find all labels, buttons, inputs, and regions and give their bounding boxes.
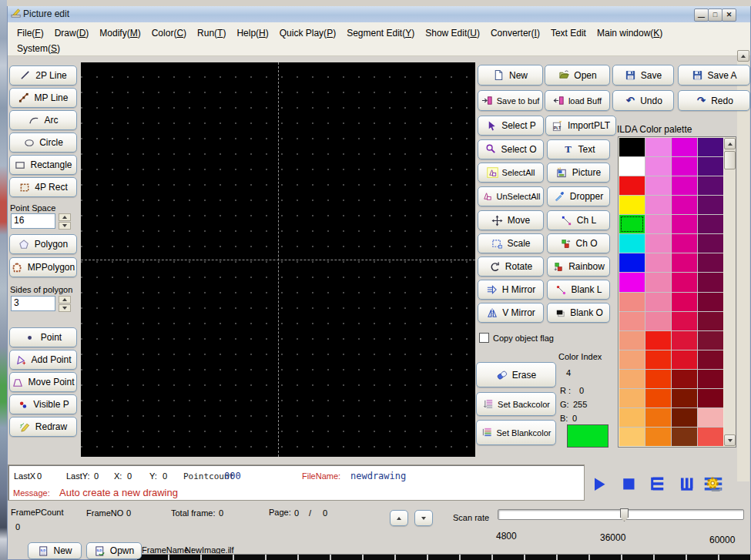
text-button[interactable]: TText	[547, 139, 610, 159]
rectangle-button[interactable]: Rectangle	[9, 155, 77, 175]
palette-cell-r10c0[interactable]	[619, 331, 645, 350]
palette-cell-r8c3[interactable]	[698, 293, 723, 311]
dropper-button[interactable]: Dropper	[547, 186, 610, 206]
menu-show-edit-u[interactable]: Show Edit(U)	[425, 28, 480, 39]
palette-cell-r8c0[interactable]	[619, 293, 645, 311]
palette-cell-r15c2[interactable]	[672, 428, 697, 446]
palette-cell-r4c2[interactable]	[672, 215, 697, 233]
sides-down-button[interactable]	[59, 304, 71, 312]
v-mirror-button[interactable]: V Mirror	[478, 303, 544, 323]
palette-cell-r9c1[interactable]	[645, 312, 671, 330]
palette-cell-r7c1[interactable]	[645, 273, 671, 291]
palette-cell-r1c0[interactable]	[619, 157, 645, 176]
palette-cell-r7c2[interactable]	[672, 273, 697, 291]
load-buff-button[interactable]: load Buff	[545, 90, 610, 111]
palette-cell-r14c3[interactable]	[698, 408, 723, 427]
select-o-button[interactable]: Select O	[478, 139, 544, 159]
window-scroll-up-button[interactable]	[737, 50, 749, 62]
palette-cell-r0c1[interactable]	[645, 138, 671, 156]
palette-cell-r1c3[interactable]	[698, 157, 723, 176]
palette-cell-r6c0[interactable]	[619, 253, 645, 272]
palette-cell-r11c0[interactable]	[619, 350, 645, 369]
drawing-canvas[interactable]	[81, 62, 475, 457]
add-point-button[interactable]: Add Point	[9, 350, 77, 370]
palette-cell-r7c0[interactable]	[619, 273, 645, 291]
opwn-button[interactable]: ILDOpwn	[86, 542, 142, 559]
point-space-down-button[interactable]	[59, 222, 71, 230]
redo-button[interactable]: ↷Redo	[678, 90, 750, 111]
menu-text-edit[interactable]: Text Edit	[551, 28, 586, 39]
palette-cell-r12c2[interactable]	[672, 370, 697, 388]
palette-cell-r3c0[interactable]	[619, 196, 645, 214]
play-button[interactable]	[590, 474, 609, 493]
palette-cell-r15c0[interactable]	[619, 428, 645, 446]
palette-cell-r10c3[interactable]	[698, 331, 723, 350]
palette-cell-r9c3[interactable]	[698, 312, 723, 330]
palette-cell-r11c1[interactable]	[645, 350, 671, 369]
palette-scroll-thumb[interactable]	[724, 151, 736, 169]
palette-scrollbar[interactable]	[724, 138, 736, 446]
undo-button[interactable]: ↶Undo	[612, 90, 674, 111]
palette-cell-r4c3[interactable]	[698, 215, 723, 233]
menu-color-c[interactable]: Color(C)	[152, 28, 186, 39]
arc-button[interactable]: Arc	[9, 110, 77, 130]
palette-cell-r11c2[interactable]	[672, 350, 697, 369]
palette-cell-r6c3[interactable]	[698, 253, 723, 272]
move-point-button[interactable]: Move Point	[9, 372, 77, 392]
maximize-button[interactable]: □	[708, 8, 723, 22]
palette-scroll-down-button[interactable]	[724, 434, 736, 446]
sides-of-polygon-input[interactable]: 3	[11, 296, 55, 311]
palette-cell-r13c2[interactable]	[672, 389, 697, 407]
palette-cell-r12c3[interactable]	[698, 370, 723, 388]
menu-quick-play-p[interactable]: Quick Play(P)	[280, 28, 336, 39]
palette-cell-r10c2[interactable]	[672, 331, 697, 350]
palette-cell-r15c1[interactable]	[645, 428, 671, 446]
list-v-button[interactable]	[677, 474, 696, 493]
palette-cell-r13c0[interactable]	[619, 389, 645, 407]
settings-button[interactable]	[704, 474, 723, 493]
minimize-button[interactable]: —	[694, 8, 709, 22]
palette-cell-r5c2[interactable]	[672, 234, 697, 253]
palette-cell-r9c0[interactable]	[619, 312, 645, 330]
palette-cell-r14c2[interactable]	[672, 408, 697, 427]
palette-cell-r6c1[interactable]	[645, 253, 671, 272]
title-bar[interactable]	[8, 6, 750, 23]
window-scrollbar[interactable]	[737, 50, 749, 481]
menu-help-h[interactable]: Help(H)	[236, 28, 268, 39]
save-a-button[interactable]: Save A	[678, 65, 750, 86]
palette-cell-r12c0[interactable]	[619, 370, 645, 388]
palette-cell-r1c1[interactable]	[645, 157, 671, 176]
picture-button[interactable]: Picture	[547, 163, 610, 183]
palette-cell-r8c2[interactable]	[672, 293, 697, 311]
palette-cell-r0c0[interactable]	[619, 138, 645, 156]
close-button[interactable]: ✕	[722, 8, 736, 22]
h-mirror-button[interactable]: H Mirror	[478, 280, 544, 300]
menu-converter-i[interactable]: Converter(I)	[491, 28, 540, 39]
menu-run-t[interactable]: Run(T)	[197, 28, 226, 39]
importplt-button[interactable]: PLTImportPLT	[545, 116, 616, 136]
scale-button[interactable]: Scale	[478, 233, 544, 253]
copy-object-flag-checkbox[interactable]	[479, 333, 489, 343]
palette-cell-r7c3[interactable]	[698, 273, 723, 291]
palette-cell-r3c2[interactable]	[672, 196, 697, 214]
palette-cell-r11c3[interactable]	[698, 350, 723, 369]
scan-rate-slider[interactable]	[498, 509, 744, 520]
set-blankcolor-button[interactable]: Set Blankcolor	[476, 420, 556, 445]
select-p-button[interactable]: Select P	[478, 116, 544, 136]
palette-cell-r2c2[interactable]	[672, 176, 697, 195]
palette-cell-r4c1[interactable]	[645, 215, 671, 233]
palette-cell-r14c0[interactable]	[619, 408, 645, 427]
open-button[interactable]: Open	[545, 65, 610, 86]
circle-button[interactable]: Circle	[9, 132, 77, 153]
palette-cell-r6c2[interactable]	[672, 253, 697, 272]
palette-cell-r15c3[interactable]	[698, 428, 723, 446]
palette-cell-r13c3[interactable]	[698, 389, 723, 407]
palette-cell-r5c0[interactable]	[619, 234, 645, 253]
menu-system-s[interactable]: System(S)	[17, 43, 60, 54]
palette-cell-r10c1[interactable]	[645, 331, 671, 350]
current-color-swatch[interactable]	[567, 424, 609, 448]
palette-cell-r3c1[interactable]	[645, 196, 671, 214]
ch-l-button[interactable]: Ch L	[547, 210, 610, 230]
blank-o-button[interactable]: Blank O	[547, 303, 610, 323]
set-backcolor-button[interactable]: Set Backcolor	[476, 392, 556, 416]
